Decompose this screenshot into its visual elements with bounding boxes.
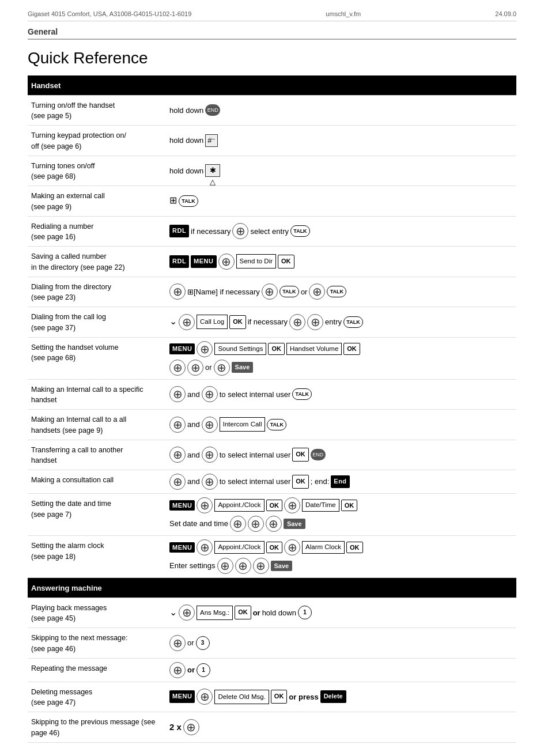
text-or-press: or press [289, 690, 318, 704]
row-label: Setting the date and time(see page 7) [28, 494, 166, 536]
nav-arrows-icon2 [202, 417, 218, 433]
section-handset-header: Handset [28, 75, 516, 95]
nav-arrows-icon [197, 689, 213, 705]
row-content: ⊞ TALK [166, 186, 516, 217]
row-content: ⌄ Call Log OK if necessary entry TALK [166, 307, 516, 338]
table-row: Turning on/off the handset(see page 5) h… [28, 95, 516, 126]
table-row: Making an Internal call to a specific ha… [28, 379, 516, 410]
section-label: General [28, 27, 516, 40]
send-to-dir-box: Send to Dir [236, 254, 277, 269]
nav-arrows-icon2 [284, 497, 300, 513]
text-to-select: to select internal user [220, 475, 291, 488]
row-content: and to select internal user TALK [166, 379, 516, 410]
nav-arrows-icon [232, 223, 248, 239]
text-semicolon-end: ; end: [311, 475, 330, 488]
text-to-select: to select internal user [220, 388, 291, 401]
save-btn: Save [271, 561, 293, 572]
nav-arrows-icon2 [284, 539, 300, 555]
nav-arrows-icon2 [202, 474, 218, 490]
table-row: Deleting messages(see page 47) MENU Dele… [28, 682, 516, 712]
ok-btn: OK [235, 606, 251, 619]
table-row: Transferring a call to anotherhandset an… [28, 440, 516, 470]
text-2x: 2 x [169, 719, 182, 735]
table-row: Setting the date and time(see page 7) ME… [28, 494, 516, 536]
row-label: Making an external call(see page 9) [28, 186, 166, 217]
nav-arrows-icon [169, 386, 186, 402]
row-label: Playing back messages(see page 45) [28, 598, 166, 628]
text-hold-down: hold down [169, 164, 203, 177]
row-content: hold down #⁻ [166, 126, 516, 156]
row-content: MENU Appoint./Clock OK Alarm Clock OK En… [166, 536, 516, 578]
page-title: Quick Reference [28, 49, 516, 67]
save-btn: Save [232, 362, 254, 373]
talk-key: TALK [343, 316, 363, 328]
ok-btn2: OK [341, 500, 358, 512]
nav-arrows-icon [218, 254, 235, 270]
nav-arrows-icon2 [202, 386, 218, 402]
rdl-btn: RDL [169, 225, 189, 237]
table-row: Making an external call(see page 9) ⊞ TA… [28, 186, 516, 217]
star-key-icon: ✱ △ [205, 164, 220, 177]
header-center: umschl_v.fm [326, 10, 361, 17]
nav-arrows-icon [169, 447, 186, 463]
nav-arrows-icon4 [235, 558, 251, 574]
save-btn: Save [284, 519, 305, 530]
table-row: Skipping to the previous message (see pa… [28, 712, 516, 743]
text-hold-down: hold down [169, 134, 203, 147]
table-row: Turning tones on/off(see page 68) hold d… [28, 156, 516, 186]
appoint-clock-box: Appoint./Clock [214, 499, 264, 511]
text-and: and [187, 418, 200, 431]
three-key-icon: 3 [196, 636, 210, 650]
table-row: Dialing from the call log(see page 37) ⌄… [28, 307, 516, 338]
row-content: ⊞[Name] if necessary TALK or TALK [166, 277, 516, 307]
nav-arrows-icon2 [169, 360, 186, 376]
row-content: and Intercom Call TALK [166, 410, 516, 440]
table-row: Skipping to the next message:(see page 4… [28, 628, 516, 659]
call-log-box: Call Log [197, 315, 228, 329]
row-content: MENU Sound Settings OK Handset Volume OK… [166, 337, 516, 379]
text-set-date: Set date and time [169, 518, 228, 530]
nav-arrows-icon [197, 497, 213, 513]
ok-btn: OK [266, 500, 283, 512]
row-content: or 3 [166, 628, 516, 659]
row-label: Saving a called numberin the directory (… [28, 247, 166, 277]
menu-btn: MENU [191, 255, 216, 268]
ok-btn: OK [278, 255, 294, 269]
nav-arrows-icon4 [214, 360, 230, 376]
text-if-necessary: if necessary [248, 315, 288, 328]
table-row: Setting the handset volume(see page 68) … [28, 337, 516, 379]
row-content: and to select internal user OK ; end: En… [166, 470, 516, 494]
talk-key: TALK [279, 286, 299, 297]
table-row: Turning keypad protection on/off (see pa… [28, 126, 516, 156]
row-label: Dialing from the directory(see page 23) [28, 277, 166, 307]
end-key-icon: END [205, 104, 220, 116]
text-hold-down: hold down [262, 606, 296, 619]
text-or: or [205, 362, 212, 373]
text-or: or [187, 663, 195, 676]
down-arrow-icon: ⌄ [169, 313, 177, 330]
row-content: MENU Delete Old Msg. OK or press Delete [166, 682, 516, 712]
table-row: Making a consultation call and to select… [28, 470, 516, 494]
menu-btn: MENU [169, 500, 195, 511]
text-hold-down: hold down [169, 104, 203, 117]
end-key-icon: END [311, 449, 326, 460]
text-and: and [187, 475, 200, 488]
down-arrow-icon: ⌄ [169, 604, 177, 621]
table-row: Saving a called numberin the directory (… [28, 247, 516, 277]
header-left: Gigaset 4015 Comfort, USA, A31008-G4015-… [28, 10, 191, 17]
row-content: or 1 [166, 658, 516, 682]
nav-arrows-icon3 [307, 314, 323, 330]
end-text-btn: End [331, 475, 349, 488]
text-or: or [301, 285, 308, 298]
keypad-icon: ⊞ [169, 192, 177, 209]
nav-arrows-icon2 [289, 314, 305, 330]
nav-arrows-icon [169, 284, 186, 300]
text-to-select: to select internal user [220, 448, 291, 462]
nav-arrows-icon [197, 341, 213, 357]
row-label: Turning tones on/off(see page 68) [28, 156, 166, 186]
page-header: Gigaset 4015 Comfort, USA, A31008-G4015-… [28, 10, 516, 21]
talk-key: TALK [267, 419, 286, 430]
row-label: Repeating the message [28, 658, 166, 682]
appoint-clock-box2: Appoint./Clock [214, 541, 264, 553]
ok-btn: OK [292, 448, 309, 462]
